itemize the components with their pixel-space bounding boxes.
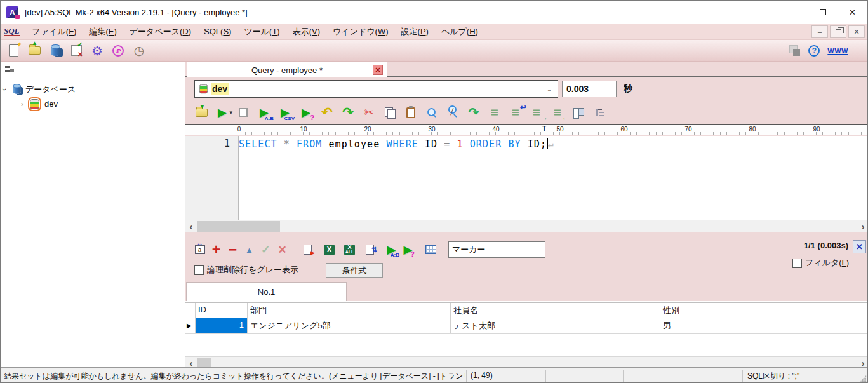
resize-grip[interactable]	[858, 375, 867, 383]
triangle-up-icon: ▲	[245, 245, 253, 255]
menu-tools[interactable]: ツール(T)	[237, 24, 286, 39]
grid-header-name[interactable]: 社員名	[451, 303, 660, 318]
add-row-button[interactable]: +	[208, 241, 224, 258]
sql-editor[interactable]: 1 SELECT * FROM employee WHERE ID = 1 OR…	[185, 136, 868, 220]
condition-expression-button[interactable]: 条件式	[326, 263, 383, 278]
stop-icon	[239, 108, 248, 117]
cut-button[interactable]: ✂	[359, 104, 378, 121]
outdent-arrow-icon: ←	[562, 114, 569, 121]
undo-button[interactable]: ↶	[317, 104, 337, 121]
database-icon	[51, 45, 60, 56]
export-result-button[interactable]	[300, 241, 316, 258]
open-file-button[interactable]	[26, 43, 43, 59]
menu-edit[interactable]: 編集(E)	[83, 24, 123, 39]
result-run-ab-button[interactable]: ▶A:B	[384, 241, 399, 258]
cell-dept[interactable]: エンジニアリング5部	[248, 318, 451, 333]
scroll-right-icon[interactable]: ›	[857, 220, 868, 232]
menu-window[interactable]: ウインドウ(W)	[326, 24, 394, 39]
marker-input[interactable]	[448, 241, 545, 258]
cell-id[interactable]: 1	[196, 318, 248, 333]
run-with-params-button[interactable]: ▶?	[297, 104, 316, 121]
next-sql-button[interactable]: ↷	[464, 104, 483, 121]
tab-query-employee[interactable]: Query - employee * ✕	[187, 62, 387, 77]
excel-export-button[interactable]: X	[321, 241, 337, 258]
delete-row-button[interactable]: −	[225, 241, 241, 258]
chevron-down-icon[interactable]: ›	[0, 86, 9, 93]
tab-result-no1[interactable]: No.1	[186, 282, 347, 301]
procedure-button[interactable]: :P	[110, 43, 126, 59]
load-sql-button[interactable]	[192, 104, 211, 121]
post-edit-button[interactable]: ✓	[258, 241, 274, 258]
split-view-button[interactable]	[569, 104, 588, 121]
outline-button[interactable]	[590, 104, 609, 121]
outdent-button[interactable]: ≡←	[548, 104, 567, 121]
connection-select[interactable]: dev ⌄	[194, 80, 558, 98]
minimize-button[interactable]: —	[778, 1, 808, 24]
menu-help[interactable]: ヘルプ(H)	[435, 24, 484, 39]
run-sql-button[interactable]: ▶▾	[213, 104, 232, 121]
menu-view[interactable]: 表示(V)	[286, 24, 326, 39]
result-run-params-button[interactable]: ▶?	[400, 241, 416, 258]
grid-header-dept[interactable]: 部門	[248, 303, 451, 318]
close-button[interactable]: ✕	[838, 1, 867, 24]
close-results-button[interactable]: ✕	[853, 240, 866, 253]
help-icon[interactable]: ?	[808, 45, 820, 57]
app-icon-letter: A	[10, 8, 15, 16]
sql-code[interactable]: SELECT * FROM employee WHERE ID = 1 ORDE…	[239, 138, 554, 151]
gray-deleted-checkbox[interactable]	[194, 265, 204, 275]
cell-name[interactable]: テスト太郎	[451, 318, 660, 333]
replace-button[interactable]	[443, 104, 462, 121]
combo-arrow-icon[interactable]: ⌄	[546, 84, 552, 93]
menu-settings[interactable]: 設定(P)	[395, 24, 435, 39]
maximize-button[interactable]	[808, 1, 838, 24]
mdi-child-sql-icon[interactable]: SQL	[4, 27, 20, 36]
table-row[interactable]: ▶ 1 エンジニアリング5部 テスト太郎 男	[185, 318, 868, 334]
fit-column-width-button[interactable]: a	[192, 241, 208, 258]
editor-hscrollbar[interactable]: ‹ ›	[185, 220, 868, 232]
find-button[interactable]	[422, 104, 441, 121]
grid-settings-button[interactable]	[423, 241, 439, 258]
redo-button[interactable]: ↷	[338, 104, 357, 121]
db-register-button[interactable]	[68, 43, 84, 59]
mdi-restore-button[interactable]	[830, 25, 846, 38]
excel-letter: X	[347, 245, 351, 250]
menu-sql[interactable]: SQL(S)	[197, 25, 237, 38]
format-sql-button[interactable]: ≡	[485, 104, 504, 121]
cancel-edit-button[interactable]: ✕	[274, 241, 290, 258]
copy-button[interactable]	[380, 104, 399, 121]
tree-item-databases[interactable]: › データベース	[1, 82, 185, 97]
grid-header-gender[interactable]: 性別	[660, 303, 868, 318]
filter-checkbox[interactable]	[792, 259, 802, 268]
windows-overlap-icon[interactable]	[789, 45, 801, 57]
status-bar: 結果セットは編集が可能かもしれません。編集が終わったらコミット操作を行ってくださ…	[1, 367, 867, 383]
scissors-icon: ✂	[364, 105, 373, 119]
paste-button[interactable]	[401, 104, 420, 121]
menu-file[interactable]: ファイル(F)	[26, 24, 83, 39]
menu-database[interactable]: データベース(D)	[123, 24, 197, 39]
new-query-button[interactable]	[5, 43, 22, 59]
excel-export-all-button[interactable]: XALL	[342, 241, 357, 258]
clock-icon: ◷	[134, 44, 145, 57]
run-range-ab-button[interactable]: ▶A:B	[255, 104, 274, 121]
chevron-right-icon[interactable]: ›	[18, 100, 26, 109]
run-export-csv-button[interactable]: ▶CSV	[276, 104, 295, 121]
tab-close-icon[interactable]: ✕	[373, 65, 383, 75]
mdi-minimize-button[interactable]: –	[811, 25, 828, 38]
www-link[interactable]: WWW	[827, 47, 848, 55]
scrollbar-thumb[interactable]	[197, 221, 280, 232]
tree-toggle-icon[interactable]	[5, 65, 14, 73]
stop-button[interactable]	[234, 104, 253, 121]
grid-header-id[interactable]: ID	[196, 303, 248, 318]
cell-gender[interactable]: 男	[660, 318, 868, 333]
scroll-left-icon[interactable]: ‹	[185, 220, 197, 232]
mdi-close-button[interactable]: ✕	[848, 25, 865, 38]
dropdown-caret-icon[interactable]: ▾	[229, 109, 232, 116]
copy-with-header-button[interactable]	[362, 241, 378, 258]
indent-button[interactable]: ≡→	[527, 104, 546, 121]
settings-button[interactable]: ⚙	[89, 43, 105, 59]
tree-item-dev[interactable]: › dev	[1, 97, 185, 111]
unformat-sql-button[interactable]: ≡↩	[506, 104, 525, 121]
edit-row-button[interactable]: ▲	[241, 241, 257, 258]
history-button[interactable]: ◷	[131, 43, 147, 59]
database-connect-button[interactable]	[47, 43, 63, 59]
